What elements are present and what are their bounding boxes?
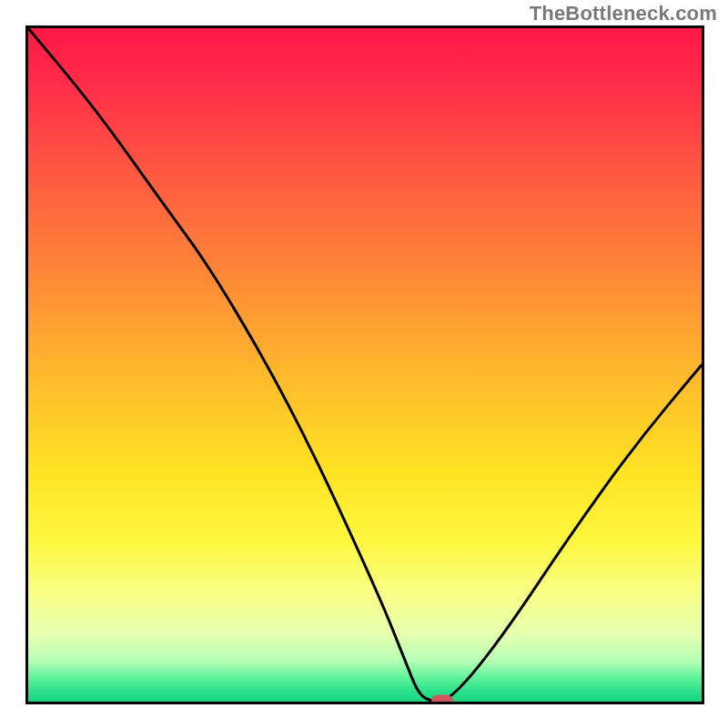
bottleneck-chart: [25, 25, 704, 704]
watermark-text: TheBottleneck.com: [530, 2, 717, 25]
chart-container: TheBottleneck.com: [0, 0, 728, 728]
plot-background: [28, 28, 702, 702]
